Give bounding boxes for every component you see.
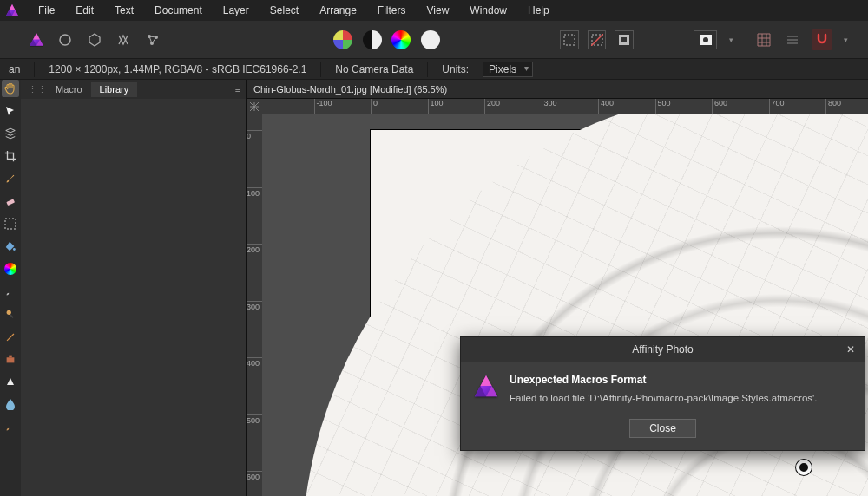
ruler-v-tick: 0 (247, 130, 262, 140)
panel-body (21, 99, 246, 496)
map-center-dot (796, 460, 812, 475)
ruler-h-tick: 200 (484, 99, 500, 114)
ruler-h-tick: 600 (712, 99, 727, 114)
paint-brush-tool-icon[interactable] (2, 170, 19, 187)
erase-tool-icon[interactable] (2, 193, 19, 210)
menu-layer[interactable]: Layer (214, 2, 258, 19)
units-dropdown[interactable]: Pixels (483, 62, 533, 77)
menu-help[interactable]: Help (519, 2, 558, 19)
camera-data-label: No Camera Data (330, 63, 418, 75)
blur-tool-icon[interactable] (2, 395, 19, 413)
menu-filters[interactable]: Filters (369, 2, 415, 19)
ruler-v-tick: 500 (247, 414, 262, 425)
grid-icon[interactable] (753, 29, 774, 50)
swatch-bw-icon[interactable] (362, 29, 383, 50)
persona-photo-icon[interactable] (26, 29, 47, 50)
tool-strip (0, 80, 21, 496)
svg-rect-22 (9, 356, 12, 358)
menu-window[interactable]: Window (461, 2, 516, 19)
toolbar: ▾ ▾ (0, 21, 868, 59)
quick-mask-dropdown-icon[interactable]: ▾ (726, 29, 736, 50)
menu-bar: File Edit Text Document Layer Select Arr… (0, 0, 868, 21)
dodge-tool-icon[interactable] (2, 305, 19, 323)
persona-tone-icon[interactable] (114, 29, 135, 50)
error-dialog: Affinity Photo ✕ Unexpected Macros Forma… (460, 336, 865, 451)
svg-rect-17 (5, 219, 16, 229)
dialog-title: Affinity Photo (632, 343, 694, 356)
ruler-h-tick: 300 (542, 99, 557, 114)
ruler-horizontal[interactable]: -1000100200300400500600700800900 (262, 99, 868, 114)
invert-select-icon[interactable] (615, 30, 634, 49)
menu-arrange[interactable]: Arrange (311, 2, 365, 19)
menu-text[interactable]: Text (106, 2, 142, 19)
dialog-title-bar[interactable]: Affinity Photo ✕ (461, 337, 865, 362)
deselect-icon[interactable] (588, 30, 607, 49)
svg-rect-20 (10, 314, 14, 318)
ruler-h-tick: 400 (598, 99, 614, 114)
svg-marker-5 (89, 34, 100, 46)
swatch-quadrant-icon[interactable] (333, 29, 354, 50)
clone-tool-icon[interactable] (2, 350, 19, 368)
ruler-v-tick: 300 (247, 301, 262, 311)
document-tab-label: Chin-Globus-Nordh_01.jpg [Modified] (65.… (253, 84, 447, 95)
view-tool-icon[interactable] (2, 125, 19, 142)
svg-rect-13 (621, 37, 627, 42)
tab-library[interactable]: Library (91, 82, 138, 97)
persona-liquify-icon[interactable] (56, 29, 76, 50)
menu-edit[interactable]: Edit (67, 2, 102, 19)
document-tab[interactable]: Chin-Globus-Nordh_01.jpg [Modified] (65.… (247, 80, 868, 99)
panel-tabs: ⋮⋮ Macro Library ≡ (21, 80, 246, 99)
tab-macro[interactable]: Macro (47, 82, 91, 97)
ruler-h-tick: 500 (655, 99, 671, 114)
shape-tool-icon[interactable] (2, 373, 19, 390)
ruler-origin-icon[interactable] (247, 99, 262, 114)
ruler-h-tick: -100 (314, 99, 332, 114)
svg-rect-16 (6, 199, 15, 206)
smudge-tool-icon[interactable] (2, 418, 19, 435)
marquee-icon[interactable] (560, 30, 579, 49)
menu-file[interactable]: File (30, 2, 63, 19)
crop-tool-icon[interactable] (2, 147, 19, 165)
dialog-heading: Unexpected Macros Format (510, 374, 817, 386)
panel-menu-icon[interactable]: ≡ (230, 84, 246, 95)
ruler-v-tick: 600 (247, 471, 262, 481)
units-label: Units: (437, 63, 474, 75)
selection-brush-tool-icon[interactable] (2, 215, 19, 232)
menu-document[interactable]: Document (146, 2, 211, 19)
color-picker-tool-icon[interactable] (2, 260, 19, 277)
svg-rect-21 (7, 357, 15, 362)
swatch-rainbow-icon[interactable] (391, 29, 412, 50)
snapping-dropdown-icon[interactable]: ▾ (841, 29, 852, 50)
svg-point-18 (13, 248, 16, 251)
ruler-v-tick: 400 (247, 357, 262, 368)
svg-rect-9 (564, 35, 575, 45)
ruler-vertical[interactable]: 0100200300400500600 (247, 114, 262, 496)
gradient-tool-icon[interactable] (2, 283, 19, 300)
svg-marker-23 (7, 378, 14, 385)
ruler-v-tick: 100 (247, 187, 262, 198)
hand-tool-icon[interactable] (2, 80, 19, 97)
menu-select[interactable]: Select (261, 2, 307, 19)
svg-point-4 (60, 35, 70, 45)
persona-export-icon[interactable] (142, 29, 163, 50)
dialog-close-button[interactable]: Close (629, 419, 696, 438)
move-tool-icon[interactable] (2, 102, 19, 120)
ruler-h-tick: 0 (371, 99, 378, 114)
swatch-blank-icon[interactable] (420, 29, 441, 50)
flood-fill-tool-icon[interactable] (2, 238, 19, 255)
context-bar: an 1200 × 1200px, 1.44MP, RGBA/8 - sRGB … (0, 59, 868, 80)
ruler-v-tick: 200 (247, 244, 262, 254)
baseline-icon[interactable] (783, 29, 804, 50)
burn-tool-icon[interactable] (2, 328, 19, 345)
snapping-icon[interactable] (812, 29, 832, 50)
persona-develop-icon[interactable] (84, 29, 105, 50)
quick-mask-icon[interactable] (694, 30, 717, 49)
ruler-h-tick: 800 (825, 99, 841, 114)
dialog-close-icon[interactable]: ✕ (842, 341, 859, 358)
ruler-h-tick: 700 (769, 99, 785, 114)
menu-view[interactable]: View (418, 2, 458, 19)
app-logo-icon (5, 3, 19, 17)
dialog-app-icon (473, 374, 499, 400)
dialog-message: Failed to load file 'D:\Affinity-Pho\mac… (510, 393, 817, 403)
svg-line-11 (591, 34, 603, 46)
